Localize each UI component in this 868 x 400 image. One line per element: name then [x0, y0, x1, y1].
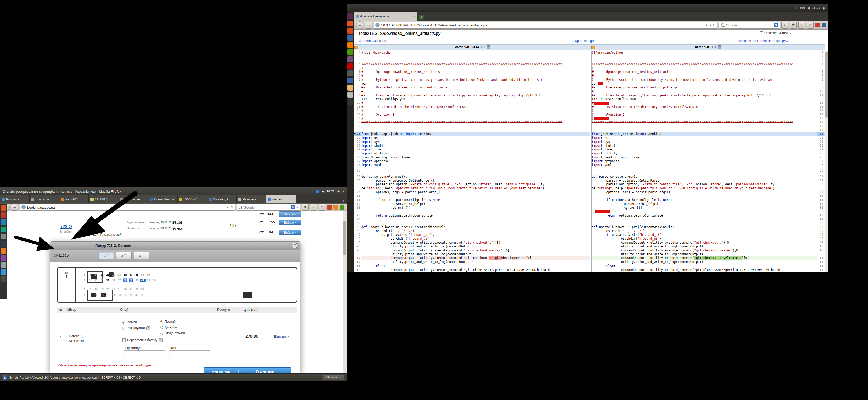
line-number-right[interactable]: 34 [817, 190, 824, 194]
bookmark-star-icon[interactable]: ★ [790, 22, 797, 29]
line-number-left[interactable]: 40 [354, 213, 361, 218]
diff-row[interactable]: 1818 [354, 124, 825, 128]
titlebar[interactable]: Онлайн резервування та придбання квитків… [0, 188, 347, 195]
diff-row[interactable]: 47 commandOutput = utility.execute_comma… [354, 241, 825, 245]
line-number-right[interactable]: 37 [817, 202, 824, 206]
line-number-left[interactable]: 32 [354, 179, 361, 183]
line-number-left[interactable]: 26 [354, 156, 361, 160]
line-number-right[interactable]: 43 [817, 225, 824, 229]
line-number-right[interactable]: 54 [817, 268, 824, 272]
diff-row[interactable]: 37 parser.print_help()= parser.print_hel… [354, 202, 825, 206]
seat-cell[interactable]: 33 [117, 273, 122, 276]
options-button[interactable]: Options... [322, 375, 344, 380]
search-button-icon[interactable]: ⌕ [781, 22, 788, 29]
line-number-right[interactable]: 9 [817, 86, 824, 90]
diff-row[interactable]: 10##10 [354, 90, 825, 94]
seat-cell[interactable]: 27 [105, 279, 111, 282]
search-engine-icon[interactable]: S [774, 23, 778, 27]
launcher-icon[interactable] [1, 205, 6, 211]
search-placeholder[interactable]: Google [244, 205, 289, 209]
diff-row[interactable]: 48 utility.print_and_write_to_log(comman… [354, 244, 825, 248]
line-number-right[interactable]: 46 [817, 237, 824, 241]
line-number-left[interactable]: 20▶ [354, 132, 361, 136]
diff-row[interactable]: 4141 [354, 218, 825, 222]
diff-row[interactable]: 25import utilityimport utility25 [354, 152, 825, 156]
reload-icon[interactable]: ↻ [713, 23, 716, 27]
commit-message-link[interactable]: ←Commit Message [358, 39, 386, 43]
seat-cell[interactable]: 52 [146, 279, 151, 282]
line-number-right[interactable]: 23 [817, 144, 824, 148]
url-text[interactable]: booking.uz.gov.ua [27, 205, 225, 209]
seat-cell[interactable]: 31 [117, 288, 122, 291]
back-button[interactable]: ← [356, 22, 364, 29]
line-number-left[interactable]: 15 [354, 113, 361, 117]
diff-row[interactable]: 3535 [354, 194, 825, 198]
line-number-left[interactable] [354, 187, 361, 190]
add-to-cart-bar[interactable]: 278.80 грн В кошик [204, 367, 291, 373]
addon-blue-icon[interactable] [822, 23, 826, 28]
diff-row[interactable]: 45 if os.path.exists("h-board_ui"): if o… [354, 233, 825, 237]
browser-tab[interactable]: download_jenkins_a... × [354, 12, 417, 21]
launcher-icon[interactable] [347, 70, 353, 76]
launcher-icon[interactable] [1, 276, 6, 282]
line-number-right[interactable]: 44 [817, 229, 824, 233]
line-number-left[interactable]: 35 [354, 194, 361, 198]
diff-row[interactable]: 112 -c tests_configs.yam112 -c tests_con… [354, 97, 825, 101]
radio-icon[interactable] [160, 332, 163, 335]
save-icon[interactable] [487, 45, 490, 49]
diff-row[interactable]: 2929 [354, 167, 825, 171]
diff-row[interactable]: 53 else: else:53 [354, 264, 825, 268]
line-number-left[interactable]: 17 [354, 121, 361, 124]
seat-cell[interactable]: 6 [87, 288, 93, 291]
search-bar[interactable]: Google S ▾ [237, 204, 300, 211]
name-input[interactable] [169, 351, 210, 356]
baggage-option[interactable]: Перевезення багажу? [122, 338, 163, 342]
line-number-right[interactable]: 39 [817, 210, 824, 213]
launcher-icon[interactable] [347, 78, 353, 84]
launcher-icon[interactable] [1, 234, 6, 239]
radio-icon[interactable] [160, 320, 163, 323]
line-number-left[interactable]: 9 [354, 86, 361, 90]
line-number-left[interactable]: 25 [354, 152, 361, 156]
line-number-left[interactable]: 8 [354, 78, 361, 82]
browser-tab[interactable]: Sivalnev, A... [207, 195, 237, 203]
url-bar[interactable]: 10.3.1.96:8081/#/c/188/2/Tools/TESTS/dow… [373, 22, 717, 29]
line-number-right[interactable]: 48 [817, 244, 824, 248]
line-number-right[interactable] [817, 82, 824, 86]
browser-tab[interactable]: how to us... [30, 195, 59, 203]
diff-row[interactable]: 11#- Example of usage: ./download_jenkin… [354, 94, 825, 97]
line-number-left[interactable]: 45 [354, 233, 361, 237]
tab-close-icon[interactable]: × [414, 14, 415, 18]
cancel-link[interactable]: Відмінити [274, 335, 289, 338]
diff-row[interactable]: 22import sysimport sys22 [354, 140, 825, 144]
downloads-icon[interactable]: ↓ [310, 204, 317, 211]
line-number-left[interactable]: 3 [354, 58, 361, 62]
diff-row[interactable]: 54 commandOutput = utility.execute_comma… [354, 268, 825, 272]
line-number-left[interactable]: 14 [354, 109, 361, 113]
seat-cell[interactable]: 10 [93, 288, 99, 291]
diff-row[interactable]: 51 commandOutput = utility.execute_comma… [354, 256, 825, 260]
line-number-left[interactable]: 50 [354, 253, 361, 256]
launcher-icon[interactable] [347, 35, 353, 41]
seat-cell[interactable]: 46 [134, 288, 140, 291]
diff-row[interactable]: 21import osimport os21 [354, 136, 825, 140]
seat-cell[interactable]: 26 [111, 288, 117, 291]
line-number-left[interactable]: 18 [354, 124, 361, 128]
launcher-icon[interactable] [347, 42, 353, 48]
line-number-right[interactable]: 50 [817, 253, 824, 256]
diff-row[interactable]: 1#!/usr/bin/python#!/usr/bin/python1 [354, 51, 825, 55]
reload-icon[interactable]: ↻ [230, 205, 233, 209]
diff-row[interactable]: 46 os.chdir("h-board_ui") os.chdir("h-bo… [354, 237, 825, 241]
line-number-left[interactable]: 16 [354, 117, 361, 121]
line-number-left[interactable]: 23 [354, 144, 361, 148]
diff-row[interactable]: 3030 [354, 171, 825, 175]
line-number-right[interactable]: 18 [817, 124, 824, 128]
diff-row[interactable]: 32 parser = optparse.OptionParser() pars… [354, 179, 825, 183]
diff-row[interactable]: 17######################################… [354, 121, 825, 124]
line-number-left[interactable]: 28 [354, 163, 361, 167]
volume-icon[interactable]: ◀ [807, 6, 810, 10]
seat-cell[interactable]: 9 [93, 294, 99, 297]
line-number-right[interactable]: 32 [817, 179, 824, 183]
line-number-right[interactable]: 14 [817, 109, 824, 113]
line-number-left[interactable]: 24 [354, 147, 361, 152]
